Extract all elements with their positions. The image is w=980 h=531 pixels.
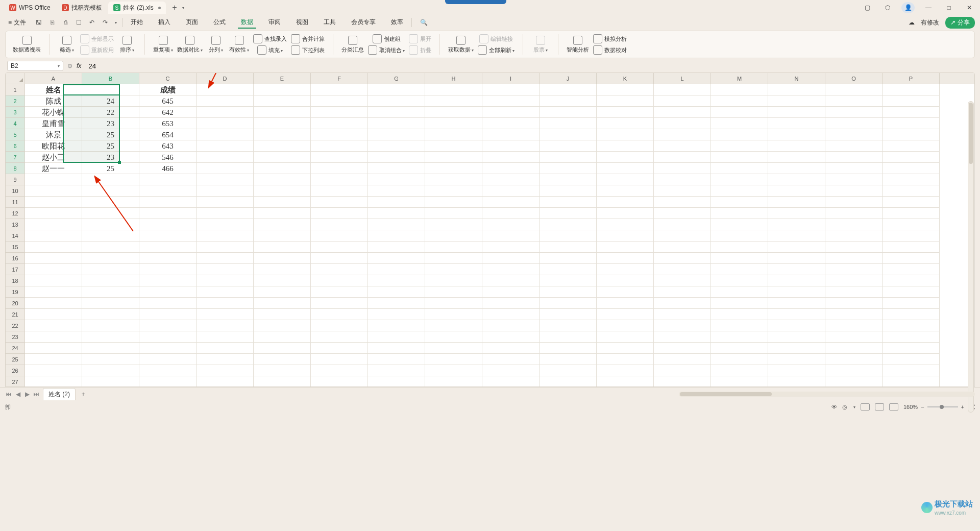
cell-B26[interactable] bbox=[82, 365, 139, 376]
cell-A7[interactable]: 赵小三 bbox=[25, 152, 82, 163]
cell-G6[interactable] bbox=[368, 140, 425, 152]
cell-H20[interactable] bbox=[425, 298, 482, 309]
cell-D4[interactable] bbox=[197, 118, 254, 129]
cell-A17[interactable] bbox=[25, 264, 82, 275]
cell-J7[interactable] bbox=[540, 152, 597, 163]
save-icon[interactable]: 🖫 bbox=[34, 18, 43, 27]
maximize-button[interactable]: □ bbox=[942, 2, 955, 13]
tab-dropdown-icon[interactable]: ▾ bbox=[182, 6, 184, 10]
cell-N18[interactable] bbox=[768, 275, 825, 286]
dropdown-button[interactable]: 下拉列表 bbox=[291, 45, 325, 55]
cell-H26[interactable] bbox=[425, 365, 482, 376]
cell-K16[interactable] bbox=[597, 253, 654, 264]
expand-button[interactable]: 展开 bbox=[409, 34, 431, 43]
cell-O1[interactable] bbox=[825, 84, 883, 95]
cell-F11[interactable] bbox=[311, 197, 368, 208]
cell-A25[interactable] bbox=[25, 354, 82, 365]
export-icon[interactable]: ⎘ bbox=[47, 18, 57, 27]
cell-C25[interactable] bbox=[139, 354, 197, 365]
cell-D15[interactable] bbox=[197, 242, 254, 253]
cell-G19[interactable] bbox=[368, 286, 425, 298]
cell-P5[interactable] bbox=[883, 129, 940, 140]
cell-P3[interactable] bbox=[883, 107, 940, 118]
col-header-D[interactable]: D bbox=[197, 73, 254, 84]
cell-I22[interactable] bbox=[482, 320, 540, 331]
cell-E23[interactable] bbox=[254, 331, 311, 343]
cell-F24[interactable] bbox=[311, 343, 368, 354]
cell-M18[interactable] bbox=[711, 275, 768, 286]
spreadsheet-grid[interactable]: ABCDEFGHIJKLMNOP 12345678910111213141516… bbox=[5, 73, 975, 387]
cell-L10[interactable] bbox=[654, 185, 711, 197]
cell-N14[interactable] bbox=[768, 230, 825, 242]
cell-J16[interactable] bbox=[540, 253, 597, 264]
cell-F26[interactable] bbox=[311, 365, 368, 376]
cell-J6[interactable] bbox=[540, 140, 597, 152]
group-button[interactable]: 创建组 bbox=[368, 34, 405, 43]
window-restore-icon[interactable]: ▢ bbox=[861, 2, 874, 13]
cell-J2[interactable] bbox=[540, 95, 597, 107]
window-tab-template[interactable]: D 找稻壳模板 bbox=[57, 2, 107, 14]
cell-B12[interactable] bbox=[82, 208, 139, 219]
cell-C26[interactable] bbox=[139, 365, 197, 376]
cell-L20[interactable] bbox=[654, 298, 711, 309]
zoom-out-icon[interactable]: − bbox=[921, 404, 924, 410]
filter-button[interactable]: 筛选▾ bbox=[58, 36, 76, 54]
view-normal-button[interactable] bbox=[861, 403, 870, 411]
cell-D5[interactable] bbox=[197, 129, 254, 140]
cell-J11[interactable] bbox=[540, 197, 597, 208]
cell-O2[interactable] bbox=[825, 95, 883, 107]
file-menu[interactable]: ≡ 文件 bbox=[5, 18, 29, 27]
cell-N13[interactable] bbox=[768, 219, 825, 230]
cell-O13[interactable] bbox=[825, 219, 883, 230]
cell-J26[interactable] bbox=[540, 365, 597, 376]
cell-I10[interactable] bbox=[482, 185, 540, 197]
cell-O19[interactable] bbox=[825, 286, 883, 298]
cell-K24[interactable] bbox=[597, 343, 654, 354]
cell-M16[interactable] bbox=[711, 253, 768, 264]
cell-G7[interactable] bbox=[368, 152, 425, 163]
cell-D19[interactable] bbox=[197, 286, 254, 298]
cell-J10[interactable] bbox=[540, 185, 597, 197]
row-header-27[interactable]: 27 bbox=[6, 376, 24, 387]
cell-P7[interactable] bbox=[883, 152, 940, 163]
cell-N21[interactable] bbox=[768, 309, 825, 320]
cell-I2[interactable] bbox=[482, 95, 540, 107]
cell-H7[interactable] bbox=[425, 152, 482, 163]
cell-L27[interactable] bbox=[654, 376, 711, 387]
cell-J14[interactable] bbox=[540, 230, 597, 242]
cell-C17[interactable] bbox=[139, 264, 197, 275]
cell-K7[interactable] bbox=[597, 152, 654, 163]
cell-B19[interactable] bbox=[82, 286, 139, 298]
sheet-tab[interactable]: 姓名 (2) bbox=[43, 388, 76, 400]
cell-E15[interactable] bbox=[254, 242, 311, 253]
cell-I17[interactable] bbox=[482, 264, 540, 275]
sheet-next-icon[interactable]: ▶ bbox=[23, 391, 31, 398]
cell-N5[interactable] bbox=[768, 129, 825, 140]
cell-D9[interactable] bbox=[197, 174, 254, 185]
cell-M7[interactable] bbox=[711, 152, 768, 163]
row-header-23[interactable]: 23 bbox=[6, 331, 24, 343]
row-header-13[interactable]: 13 bbox=[6, 219, 24, 230]
cell-M2[interactable] bbox=[711, 95, 768, 107]
col-header-K[interactable]: K bbox=[597, 73, 654, 84]
cell-M11[interactable] bbox=[711, 197, 768, 208]
cell-F14[interactable] bbox=[311, 230, 368, 242]
cell-K18[interactable] bbox=[597, 275, 654, 286]
cell-N7[interactable] bbox=[768, 152, 825, 163]
cell-H24[interactable] bbox=[425, 343, 482, 354]
focus-icon[interactable]: ◎ bbox=[842, 404, 847, 411]
cell-L7[interactable] bbox=[654, 152, 711, 163]
cell-H12[interactable] bbox=[425, 208, 482, 219]
cell-O12[interactable] bbox=[825, 208, 883, 219]
cell-N15[interactable] bbox=[768, 242, 825, 253]
cell-P27[interactable] bbox=[883, 376, 940, 387]
tab-member[interactable]: 会员专享 bbox=[348, 17, 379, 29]
cell-F15[interactable] bbox=[311, 242, 368, 253]
cell-M19[interactable] bbox=[711, 286, 768, 298]
cell-D10[interactable] bbox=[197, 185, 254, 197]
row-header-2[interactable]: 2 bbox=[6, 95, 24, 107]
cell-O18[interactable] bbox=[825, 275, 883, 286]
cell-H8[interactable] bbox=[425, 163, 482, 174]
cell-A27[interactable] bbox=[25, 376, 82, 387]
cell-P23[interactable] bbox=[883, 331, 940, 343]
